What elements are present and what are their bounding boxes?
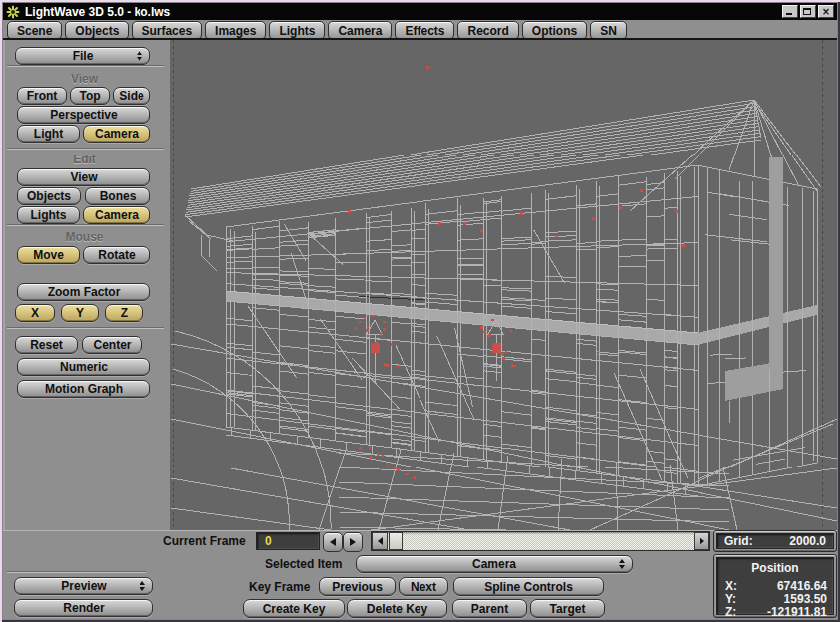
minimize-icon — [786, 13, 792, 15]
edit-camera-button[interactable]: Camera — [83, 206, 150, 224]
current-frame-value: 0 — [265, 534, 272, 548]
position-z-row: Z: -121911.81 — [717, 605, 833, 617]
frame-step-forward-button[interactable] — [343, 532, 363, 552]
view-front-button[interactable]: Front — [17, 87, 67, 105]
lightwave-window: LightWave 3D 5.0 - ko.lws × Scene Object… — [0, 0, 840, 622]
frame-step-back-button[interactable] — [323, 532, 343, 552]
maximize-button[interactable] — [800, 5, 816, 18]
section-divider — [7, 224, 164, 226]
section-divider — [7, 65, 164, 67]
axis-x-button[interactable]: X — [15, 304, 55, 322]
position-y-row: Y: 1593.50 — [717, 592, 833, 604]
scrollbar-right-button[interactable] — [694, 532, 709, 550]
next-key-button[interactable]: Next — [399, 577, 448, 596]
bottom-control-bar: Preview Render Current Frame 0 Grid: 200… — [3, 530, 837, 619]
minimize-button[interactable] — [782, 5, 798, 18]
left-triangle-icon — [330, 538, 336, 546]
view-camera-button[interactable]: Camera — [83, 125, 150, 143]
zoom-factor-button[interactable]: Zoom Factor — [17, 283, 150, 301]
window-controls: × — [780, 5, 834, 18]
previous-key-button[interactable]: Previous — [319, 577, 396, 596]
preview-menu-button[interactable]: Preview — [14, 577, 153, 595]
position-z-value: -121911.81 — [767, 605, 827, 619]
position-x-label: X: — [725, 579, 737, 593]
maximize-icon — [803, 8, 811, 15]
view-perspective-button[interactable]: Perspective — [17, 106, 150, 124]
main-menu-tabs: Scene Objects Surfaces Images Lights Cam… — [3, 20, 837, 40]
selected-item-value: Camera — [472, 557, 516, 571]
position-y-label: Y: — [725, 592, 736, 606]
edit-view-button[interactable]: View — [17, 168, 150, 186]
left-triangle-icon — [378, 537, 383, 545]
lightwave-app-icon — [6, 5, 20, 19]
axis-y-button[interactable]: Y — [61, 304, 99, 322]
edit-section-header: Edit — [3, 153, 165, 166]
edit-lights-button[interactable]: Lights — [17, 206, 80, 224]
wireframe-house-model — [171, 40, 837, 530]
selected-item-dropdown[interactable]: Camera — [356, 555, 633, 573]
mouse-rotate-button[interactable]: Rotate — [83, 246, 150, 264]
position-x-value: 67416.64 — [777, 579, 827, 593]
parent-button[interactable]: Parent — [452, 599, 527, 618]
close-button[interactable]: × — [818, 5, 834, 18]
window-title: LightWave 3D 5.0 - ko.lws — [25, 5, 170, 19]
updown-arrow-icon — [619, 559, 625, 569]
right-triangle-icon — [350, 538, 356, 546]
current-frame-field[interactable]: 0 — [256, 532, 320, 550]
close-icon: × — [819, 6, 833, 17]
scrollbar-track[interactable] — [403, 532, 694, 550]
preview-label: Preview — [61, 579, 106, 593]
mouse-move-button[interactable]: Move — [17, 246, 80, 264]
target-button[interactable]: Target — [530, 599, 605, 618]
motion-graph-button[interactable]: Motion Graph — [17, 380, 150, 398]
section-divider — [7, 148, 164, 150]
edit-objects-button[interactable]: Objects — [17, 187, 81, 205]
grid-size-display: Grid: 2000.0 — [713, 530, 837, 552]
selected-item-label: Selected Item — [265, 555, 342, 573]
updown-arrow-icon — [140, 581, 145, 591]
grid-value: 2000.0 — [789, 534, 833, 548]
updown-arrow-icon — [137, 51, 142, 61]
view-light-button[interactable]: Light — [17, 125, 80, 143]
grid-label: Grid: — [717, 534, 753, 548]
timeline-scrollbar[interactable] — [371, 531, 710, 551]
center-button[interactable]: Center — [82, 336, 142, 354]
right-triangle-icon — [700, 537, 704, 545]
tabrow-separator — [3, 38, 837, 40]
axis-z-button[interactable]: Z — [105, 304, 143, 322]
section-divider — [7, 571, 146, 573]
position-z-label: Z: — [725, 605, 736, 619]
current-frame-label: Current Frame — [163, 532, 246, 550]
render-button[interactable]: Render — [14, 599, 153, 617]
file-menu-label: File — [73, 49, 94, 63]
position-readout-panel: Position X: 67416.64 Y: 1593.50 Z: -1219… — [713, 554, 837, 618]
view-side-button[interactable]: Side — [113, 87, 150, 105]
file-menu-button[interactable]: File — [15, 47, 150, 65]
view-section-header: View — [3, 72, 165, 86]
edit-bones-button[interactable]: Bones — [85, 187, 150, 205]
scrollbar-left-button[interactable] — [372, 532, 388, 550]
reset-button[interactable]: Reset — [15, 336, 78, 354]
create-key-button[interactable]: Create Key — [243, 599, 345, 618]
view-top-button[interactable]: Top — [70, 87, 110, 105]
key-frame-label: Key Frame — [249, 578, 310, 596]
delete-key-button[interactable]: Delete Key — [347, 599, 447, 618]
tool-sidebar: File View Front Top Side Perspective Lig… — [3, 40, 171, 530]
mouse-section-header: Mouse — [3, 230, 165, 244]
camera-viewport[interactable] — [171, 40, 837, 530]
title-bar[interactable]: LightWave 3D 5.0 - ko.lws × — [3, 3, 837, 20]
position-x-row: X: 67416.64 — [717, 579, 833, 591]
section-divider — [7, 327, 164, 329]
scrollbar-thumb[interactable] — [389, 532, 403, 550]
numeric-button[interactable]: Numeric — [17, 358, 150, 376]
position-header: Position — [717, 561, 833, 575]
spline-controls-button[interactable]: Spline Controls — [453, 577, 604, 596]
position-y-value: 1593.50 — [784, 592, 827, 606]
